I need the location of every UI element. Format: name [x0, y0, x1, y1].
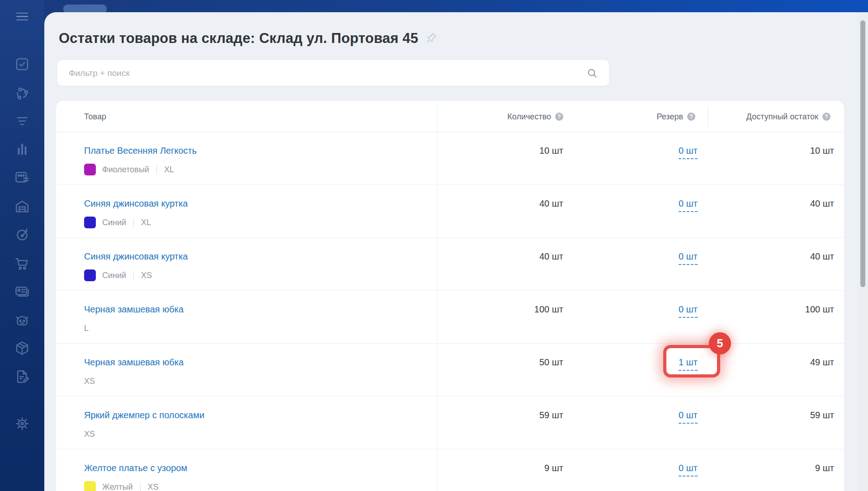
help-icon[interactable]: ? — [555, 113, 563, 121]
variant-info: Синий XL — [84, 217, 151, 228]
shopping-cart-icon[interactable] — [14, 255, 30, 272]
calendar-schedule-icon[interactable] — [14, 169, 30, 185]
quantity-value: 59 шт — [539, 410, 563, 420]
size-label: XL — [164, 165, 174, 175]
column-header-available: Доступный остаток ? — [746, 111, 830, 122]
network-share-icon[interactable] — [14, 85, 30, 102]
robot-assistant-icon[interactable] — [14, 312, 30, 328]
product-link[interactable]: Платье Весенняя Легкость — [84, 145, 197, 156]
size-label: XS — [84, 377, 95, 386]
color-name: Желтый — [102, 482, 133, 491]
help-icon[interactable]: ? — [822, 113, 830, 121]
available-value: 49 шт — [810, 357, 834, 368]
package-box-icon[interactable] — [14, 340, 30, 356]
variant-info: Желтый XS — [84, 481, 159, 491]
product-link[interactable]: Синяя джинсовая куртка — [84, 198, 188, 209]
color-name: Фиолетовый — [102, 165, 149, 175]
available-value: 40 шт — [810, 251, 834, 262]
search-icon[interactable] — [586, 67, 598, 79]
available-value: 10 шт — [810, 145, 834, 156]
quantity-value: 40 шт — [539, 251, 563, 262]
table-row: Синяя джинсовая куртка Синий XL 40 шт 0 … — [56, 185, 844, 238]
warehouse-icon[interactable] — [14, 198, 30, 215]
variant-divider — [140, 482, 141, 491]
reserve-link[interactable]: 0 шт — [679, 304, 698, 318]
color-name: Синий — [102, 218, 126, 227]
product-link[interactable]: Яркий джемпер с полосками — [84, 410, 204, 420]
pin-icon[interactable] — [425, 32, 438, 46]
color-name: Синий — [102, 271, 126, 280]
page-title: Остатки товаров на складе: Склад ул. Пор… — [59, 30, 418, 47]
quantity-value: 10 шт — [539, 145, 563, 156]
id-card-icon[interactable] — [14, 283, 30, 300]
size-label: XS — [84, 430, 95, 439]
reserve-link[interactable]: 0 шт — [679, 463, 698, 477]
color-swatch — [84, 269, 96, 281]
product-link[interactable]: Синяя джинсовая куртка — [84, 251, 188, 262]
table-row: Желтое платье с узором Желтый XS 9 шт 0 … — [56, 449, 844, 491]
goal-target-icon[interactable] — [14, 227, 30, 243]
product-link[interactable]: Черная замшевая юбка — [84, 304, 184, 315]
size-label: XS — [141, 271, 152, 280]
variant-divider — [133, 271, 134, 280]
document-edit-icon[interactable] — [14, 368, 30, 385]
column-header-quantity: Количество ? — [507, 111, 563, 122]
table-row: Яркий джемпер с полосками XS 59 шт 0 шт … — [56, 397, 844, 449]
variant-divider — [156, 165, 157, 174]
tour-step-badge: 5 — [709, 332, 731, 354]
color-swatch — [84, 217, 96, 228]
quantity-value: 100 шт — [534, 304, 563, 315]
stock-modal-panel: Остатки товаров на складе: Склад ул. Пор… — [44, 12, 868, 491]
reserve-link[interactable]: 1 шт — [679, 357, 698, 371]
quantity-value: 9 шт — [544, 463, 563, 473]
reserve-link[interactable]: 0 шт — [679, 251, 698, 265]
available-value: 9 шт — [815, 463, 834, 473]
tasks-checkbox-icon[interactable] — [14, 56, 30, 72]
reserve-link[interactable]: 0 шт — [679, 145, 698, 159]
column-header-reserve: Резерв ? — [657, 111, 695, 122]
available-value: 59 шт — [810, 410, 834, 420]
settings-gear-icon[interactable] — [14, 415, 30, 432]
variant-info: XS — [84, 428, 95, 440]
table-row: Синяя джинсовая куртка Синий XS 40 шт 0 … — [56, 238, 844, 291]
size-label: XL — [141, 218, 151, 227]
size-label: XS — [148, 482, 159, 491]
bar-chart-icon[interactable] — [14, 141, 30, 157]
filter-search-input[interactable] — [57, 60, 609, 86]
header-divider — [708, 106, 708, 127]
quantity-value: 40 шт — [539, 198, 563, 209]
reserve-link[interactable]: 0 шт — [679, 410, 698, 424]
column-header-product: Товар — [84, 111, 106, 122]
table-body: Платье Весенняя Легкость Фиолетовый XL 1… — [56, 132, 844, 491]
product-link[interactable]: Желтое платье с узором — [84, 463, 187, 473]
available-value: 100 шт — [805, 304, 834, 315]
menu-icon[interactable] — [16, 13, 28, 21]
stock-table: Товар Количество ? Резерв ? Доступный ос… — [56, 101, 844, 491]
variant-info: Синий XS — [84, 269, 152, 281]
variant-info: XS — [84, 375, 95, 387]
variant-info: Фиолетовый XL — [84, 164, 174, 175]
available-value: 40 шт — [810, 198, 834, 209]
table-row: Платье Весенняя Легкость Фиолетовый XL 1… — [56, 132, 844, 185]
reserve-link[interactable]: 0 шт — [679, 198, 698, 212]
variant-info: L — [84, 322, 89, 334]
sidebar — [0, 0, 44, 491]
size-label: L — [84, 324, 89, 333]
product-link[interactable]: Черная замшевая юбка — [84, 357, 184, 368]
help-icon[interactable]: ? — [687, 113, 695, 121]
table-header: Товар Количество ? Резерв ? Доступный ос… — [56, 101, 844, 132]
page-header: Остатки товаров на складе: Склад ул. Пор… — [59, 30, 438, 47]
scrollbar-thumb[interactable] — [860, 20, 865, 287]
variant-divider — [133, 218, 134, 227]
color-swatch — [84, 164, 96, 175]
quantity-value: 50 шт — [539, 357, 563, 368]
color-swatch — [84, 481, 96, 491]
filter-funnel-icon[interactable] — [14, 113, 30, 129]
filter-search-box — [57, 60, 609, 86]
